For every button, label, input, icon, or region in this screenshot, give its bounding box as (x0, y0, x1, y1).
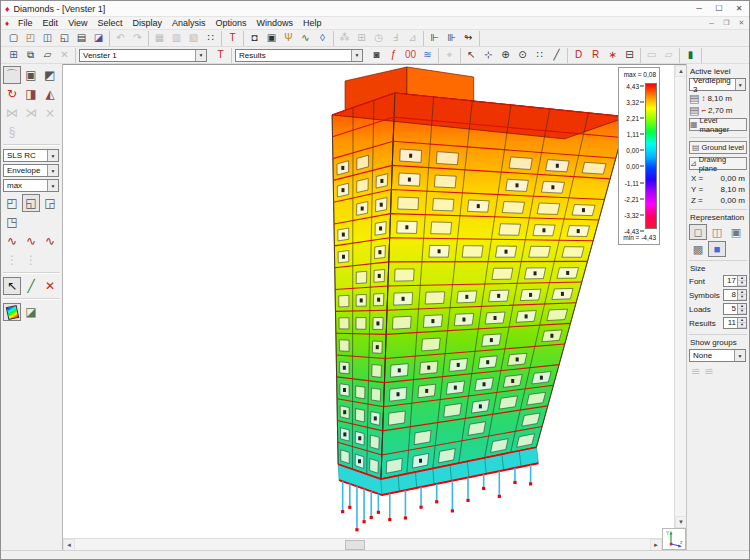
vertical-scrollbar[interactable]: ▲ ▼ (674, 65, 686, 528)
wall-tool[interactable]: ▣ (22, 66, 40, 84)
results-size-spinner[interactable]: 11▲▼ (723, 317, 747, 329)
slope-measure[interactable]: ╱ (22, 277, 40, 295)
rep-shaded[interactable]: ▣ (727, 224, 745, 240)
scroll-up-button[interactable]: ▲ (675, 65, 686, 77)
grid-dots[interactable]: ∷ (202, 31, 219, 46)
menu-item-display[interactable]: Display (128, 17, 168, 29)
box-load-tool[interactable]: ◨ (22, 85, 40, 103)
loads-size-spin-buttons[interactable]: ▲▼ (737, 304, 746, 314)
font-size-spin-buttons[interactable]: ▲▼ (737, 276, 746, 286)
diagram-n[interactable]: ∿ (3, 232, 21, 250)
page-layout[interactable]: ⊪ (443, 31, 460, 46)
menu-item-edit[interactable]: Edit (38, 17, 64, 29)
rep-solid[interactable]: ■ (708, 241, 726, 257)
results-select[interactable]: Results ▼ (235, 49, 363, 62)
duplicate-window[interactable]: ⧉ (22, 48, 39, 63)
color-palette[interactable]: T (224, 31, 241, 46)
recalculate[interactable]: ∗ (604, 48, 621, 63)
open[interactable]: ◰ (22, 31, 39, 46)
delete-tool[interactable]: ✕ (41, 277, 59, 295)
ground-level-button[interactable]: ▤ Ground level (689, 141, 747, 154)
filter[interactable]: Ψ (280, 31, 297, 46)
level-manager-button[interactable]: ▦ Level manager (689, 118, 747, 131)
scroll-left-button[interactable]: ◄ (63, 539, 75, 550)
spin-down-icon[interactable]: ▼ (738, 295, 746, 300)
child-restore-button[interactable]: ❐ (719, 17, 734, 29)
print-preview[interactable]: ◱ (56, 31, 73, 46)
menu-item-windows[interactable]: Windows (252, 17, 299, 29)
contour-plot-view[interactable] (3, 303, 21, 321)
deformation-xyz[interactable]: ◰ (3, 194, 21, 212)
section-result-view[interactable]: ◪ (22, 303, 40, 321)
save[interactable]: ◫ (39, 31, 56, 46)
new[interactable]: ▢ (5, 31, 22, 46)
export-3d[interactable]: ◪ (90, 31, 107, 46)
frame-diagram-tool[interactable]: ⌒ (3, 66, 21, 84)
active-level-select[interactable]: Verdieping 3 ▼ (689, 78, 746, 91)
rep-wireframe[interactable]: ◻ (689, 224, 707, 240)
results-text-toggle[interactable]: T (212, 48, 229, 63)
horizontal-scroll-thumb[interactable] (345, 540, 365, 550)
zoom-fit[interactable]: ∷ (531, 48, 548, 63)
symbols-size-spin-buttons[interactable]: ▲▼ (737, 290, 746, 300)
numeric-results[interactable]: 00 (402, 48, 419, 63)
pan-view[interactable]: ⊹ (480, 48, 497, 63)
menu-item-options[interactable]: Options (211, 17, 252, 29)
font-size-spinner[interactable]: 17▲▼ (723, 275, 747, 287)
diagram-v[interactable]: ∿ (22, 232, 40, 250)
drawing-plane-button[interactable]: ⊿ Drawing plane (689, 157, 747, 170)
rotate-force-tool[interactable]: ↻ (3, 85, 21, 103)
spin-down-icon[interactable]: ▼ (738, 309, 746, 314)
diagram-m[interactable]: ∿ (41, 232, 59, 250)
menu-item-help[interactable]: Help (298, 17, 327, 29)
window-select[interactable]: Venster 1 ▼ (79, 49, 207, 62)
spin-down-icon[interactable]: ▼ (738, 323, 746, 328)
menu-item-view[interactable]: View (63, 17, 92, 29)
model-canvas[interactable]: max = 0,08 4,433,322,211,110,000,00-1,11… (63, 65, 674, 538)
measure-tool[interactable]: ╱ (548, 48, 565, 63)
zoom-in[interactable]: ⊕ (497, 48, 514, 63)
align-pages[interactable]: ⊩ (426, 31, 443, 46)
menu-item-select[interactable]: Select (92, 17, 127, 29)
deformation-local[interactable]: ◲ (41, 194, 59, 212)
envelope-select[interactable]: Envelope ▼ (3, 164, 59, 177)
select-pointer-help[interactable]: ↖ (463, 48, 480, 63)
scroll-down-button[interactable]: ▼ (675, 516, 686, 528)
minmax-select[interactable]: max ▼ (3, 179, 59, 192)
spin-down-icon[interactable]: ▼ (738, 281, 746, 286)
print[interactable]: ▤ (73, 31, 90, 46)
send-to[interactable]: ↬ (460, 31, 477, 46)
surface-load-tool[interactable]: ◭ (41, 85, 59, 103)
reinforcement-mode[interactable]: R (587, 48, 604, 63)
edit-graph[interactable]: ∿ (297, 31, 314, 46)
slab-tool[interactable]: ◩ (41, 66, 59, 84)
results-size-spin-buttons[interactable]: ▲▼ (737, 318, 746, 328)
diagram-results[interactable]: ≋ (419, 48, 436, 63)
clipping[interactable]: ◊ (314, 31, 331, 46)
show-groups-select[interactable]: None ▼ (689, 349, 746, 362)
loads-size-spinner[interactable]: 5▲▼ (723, 303, 747, 315)
report-preview[interactable]: ⊟ (621, 48, 638, 63)
minimize-button[interactable]: ─ (689, 1, 709, 16)
display-options[interactable]: ◘ (246, 31, 263, 46)
rep-hidden-line[interactable]: ◫ (708, 224, 726, 240)
render-solid-model[interactable]: ▮ (682, 48, 699, 63)
horizontal-scrollbar[interactable]: ◄ ► (63, 538, 662, 550)
render-options[interactable]: ▣ (263, 31, 280, 46)
fn-results[interactable]: ƒ (385, 48, 402, 63)
snapshot[interactable]: ◙ (368, 48, 385, 63)
deformation-detail[interactable]: ◳ (3, 213, 21, 231)
selection-pointer[interactable]: ↖ (3, 277, 21, 295)
deformation-global[interactable]: ◱ (22, 194, 40, 212)
menu-item-file[interactable]: File (13, 17, 38, 29)
zoom-window[interactable]: ⊙ (514, 48, 531, 63)
child-minimize-button[interactable]: ─ (704, 17, 719, 29)
rep-transparent[interactable]: ▩ (689, 241, 707, 257)
close-button[interactable]: ✕ (729, 1, 749, 16)
tile-windows[interactable]: ▱ (39, 48, 56, 63)
maximize-button[interactable]: ☐ (709, 1, 729, 16)
child-close-button[interactable]: ✕ (734, 17, 749, 29)
combination-select[interactable]: SLS RC ▼ (3, 149, 59, 162)
symbols-size-spinner[interactable]: 8▲▼ (723, 289, 747, 301)
building-3d-model[interactable] (63, 65, 674, 538)
